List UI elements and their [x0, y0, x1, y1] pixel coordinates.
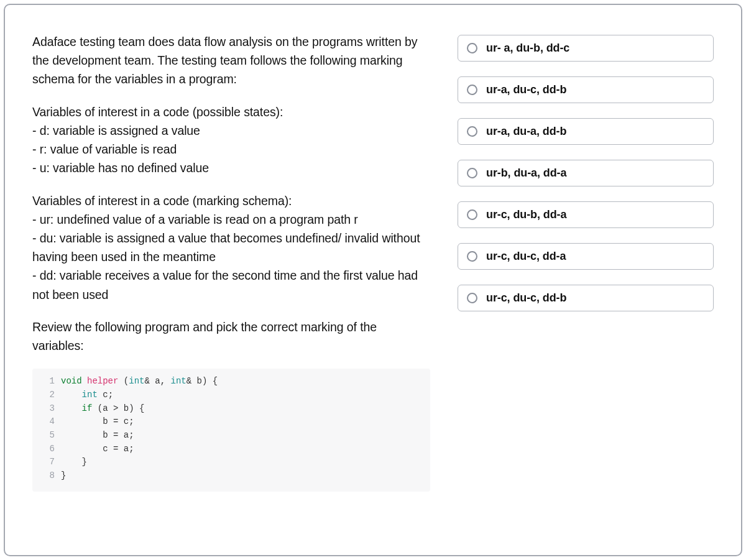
- answer-option-2[interactable]: ur-a, du-c, dd-b: [458, 76, 714, 103]
- code-line: 2 int c;: [41, 388, 421, 402]
- code-line: 6 c = a;: [41, 443, 421, 456]
- answer-option-label: ur- a, du-b, dd-c: [486, 42, 569, 55]
- line-number: 4: [41, 415, 55, 429]
- code-text: }: [61, 469, 66, 483]
- code-text: b = a;: [61, 429, 134, 443]
- code-line: 7 }: [41, 456, 421, 469]
- radio-icon: [467, 43, 477, 53]
- answer-option-5[interactable]: ur-c, du-b, dd-a: [458, 201, 714, 228]
- line-number: 5: [41, 429, 55, 443]
- code-text: c = a;: [61, 443, 134, 456]
- answer-option-label: ur-c, du-c, dd-b: [486, 291, 566, 305]
- question-paragraph-3: Variables of interest in a code (marking…: [32, 191, 430, 304]
- answer-option-3[interactable]: ur-a, du-a, dd-b: [458, 118, 714, 145]
- question-body: Adaface testing team does data flow anal…: [32, 32, 430, 528]
- answer-options: ur- a, du-b, dd-cur-a, du-c, dd-bur-a, d…: [458, 32, 714, 528]
- question-paragraph-2: Variables of interest in a code (possibl…: [32, 103, 430, 178]
- radio-icon: [467, 209, 477, 220]
- code-line: 5 b = a;: [41, 429, 421, 443]
- code-line: 8}: [41, 469, 421, 483]
- radio-icon: [467, 168, 477, 178]
- code-text: }: [61, 456, 87, 469]
- radio-icon: [467, 85, 477, 95]
- answer-option-label: ur-a, du-c, dd-b: [486, 83, 566, 96]
- answer-option-1[interactable]: ur- a, du-b, dd-c: [458, 35, 714, 62]
- code-line: 3 if (a > b) {: [41, 402, 421, 416]
- radio-icon: [467, 251, 477, 262]
- code-text: b = c;: [61, 415, 134, 429]
- code-text: if (a > b) {: [61, 402, 144, 416]
- question-card: Adaface testing team does data flow anal…: [4, 4, 742, 556]
- radio-icon: [467, 126, 477, 137]
- line-number: 3: [41, 402, 55, 416]
- answer-option-label: ur-b, du-a, dd-a: [486, 167, 566, 180]
- question-paragraph-4: Review the following program and pick th…: [32, 318, 430, 355]
- code-line: 4 b = c;: [41, 415, 421, 429]
- line-number: 8: [41, 469, 55, 483]
- code-text: void helper (int& a, int& b) {: [61, 375, 218, 388]
- line-number: 2: [41, 388, 55, 402]
- radio-icon: [467, 293, 477, 303]
- line-number: 6: [41, 443, 55, 456]
- code-line: 1void helper (int& a, int& b) {: [41, 375, 421, 388]
- question-paragraph-1: Adaface testing team does data flow anal…: [32, 32, 430, 89]
- answer-option-4[interactable]: ur-b, du-a, dd-a: [458, 160, 714, 186]
- code-snippet: 1void helper (int& a, int& b) {2 int c;3…: [32, 369, 430, 492]
- line-number: 7: [41, 456, 55, 469]
- answer-option-label: ur-a, du-a, dd-b: [486, 125, 566, 138]
- answer-option-6[interactable]: ur-c, du-c, dd-a: [458, 243, 714, 270]
- code-text: int c;: [61, 388, 113, 402]
- answer-option-label: ur-c, du-b, dd-a: [486, 208, 566, 221]
- answer-option-label: ur-c, du-c, dd-a: [486, 250, 566, 263]
- answer-option-7[interactable]: ur-c, du-c, dd-b: [458, 285, 714, 311]
- line-number: 1: [41, 375, 55, 388]
